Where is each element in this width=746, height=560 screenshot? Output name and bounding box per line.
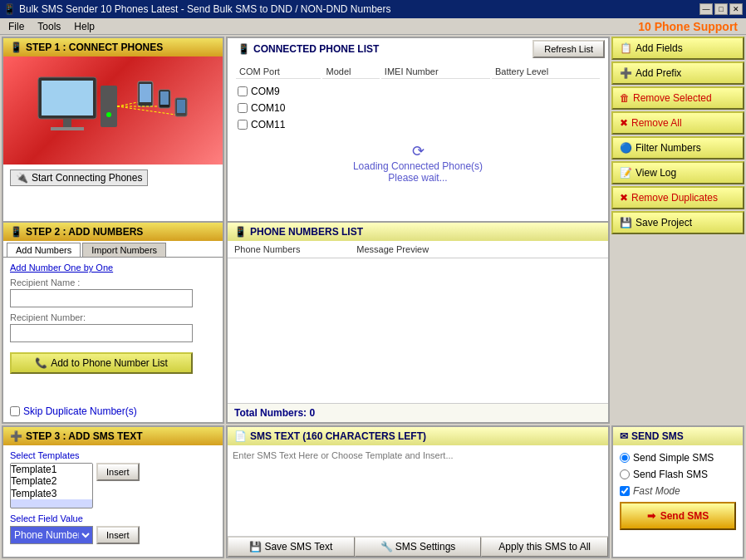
remove-duplicates-button[interactable]: ✖ Remove Duplicates xyxy=(611,186,744,209)
field-value-label: Select Field Value xyxy=(10,513,216,523)
step1-panel: 📱 STEP 1 : CONNECT PHONES xyxy=(2,37,224,234)
add-prefix-button[interactable]: ➕ Add Prefix xyxy=(611,61,744,85)
titlebar-controls: — □ ✕ xyxy=(699,3,743,15)
wait-text: Please wait... xyxy=(388,172,447,184)
add-fields-button[interactable]: 📋 Add Fields xyxy=(611,37,744,60)
com10-label: COM10 xyxy=(251,102,285,114)
recipient-number-input[interactable] xyxy=(10,324,193,342)
save-sms-label: Save SMS Text xyxy=(264,541,332,553)
numbers-list-icon: 📱 xyxy=(234,226,247,238)
template-select[interactable]: Template1 Template2 Template3 xyxy=(10,463,93,508)
tab-import-numbers[interactable]: Import Numbers xyxy=(82,243,166,257)
svg-rect-4 xyxy=(101,86,117,127)
total-count: 0 xyxy=(309,407,315,419)
start-connecting-label: Start Connecting Phones xyxy=(32,172,142,184)
phones-header-title: CONNECTED PHONE LIST xyxy=(253,43,379,55)
insert-field-button[interactable]: Insert xyxy=(96,526,140,544)
flash-sms-row: Send Flash SMS xyxy=(620,469,736,480)
com11-checkbox[interactable] xyxy=(238,120,248,130)
tab-add-numbers[interactable]: Add Numbers xyxy=(7,243,81,257)
minimize-button[interactable]: — xyxy=(699,3,713,15)
apply-sms-button[interactable]: Apply this SMS to All xyxy=(481,537,608,557)
send-sms-button[interactable]: ➡ Send SMS xyxy=(620,502,736,530)
col-battery-header: Battery Level xyxy=(492,65,600,79)
skip-duplicate-label: Skip Duplicate Number(s) xyxy=(23,405,137,417)
field-value-select[interactable]: Phone Numbers xyxy=(10,526,93,544)
remove-all-button[interactable]: ✖ Remove All xyxy=(611,111,744,135)
remove-all-label: Remove All xyxy=(631,117,682,129)
sms-text-header: 📄 SMS TEXT (160 CHARACTERS LEFT) xyxy=(228,427,608,445)
numbers-list-title: PHONE NUMBERS LIST xyxy=(250,226,363,238)
col-phone-header: Phone Numbers xyxy=(234,244,356,254)
add-to-list-button[interactable]: 📞 Add to Phone Number List xyxy=(10,352,193,374)
add-one-link[interactable]: Add Number One by One xyxy=(10,263,216,273)
total-bar: Total Numbers: 0 xyxy=(228,403,608,422)
refresh-list-button[interactable]: Refresh List xyxy=(533,40,605,58)
recipient-name-input[interactable] xyxy=(10,289,193,307)
svg-rect-3 xyxy=(51,127,84,130)
bot-row: ➕ STEP 3 : ADD SMS TEXT Select Templates… xyxy=(2,425,744,558)
com10-row: COM10 xyxy=(234,101,601,115)
flash-sms-label: Send Flash SMS xyxy=(633,469,708,480)
add-to-list-label: Add to Phone Number List xyxy=(51,357,168,369)
recipient-number-label: Recipient Number: xyxy=(10,312,216,322)
step3-icon: ➕ xyxy=(10,430,22,442)
com10-checkbox[interactable] xyxy=(238,103,248,113)
send-body: Send Simple SMS Send Flash SMS Fast Mode… xyxy=(613,445,743,557)
com9-row: COM9 xyxy=(234,84,601,99)
main-area: 📱 STEP 1 : CONNECT PHONES xyxy=(0,35,746,560)
sms-settings-button[interactable]: 🔧 SMS Settings xyxy=(355,537,482,557)
svg-point-5 xyxy=(106,112,111,117)
step2-body: Add Number One by One Recipient Name : R… xyxy=(3,258,223,400)
sms-settings-label: SMS Settings xyxy=(395,541,456,553)
filter-numbers-button[interactable]: 🔵 Filter Numbers xyxy=(611,136,744,160)
sms-text-panel: 📄 SMS TEXT (160 CHARACTERS LEFT) 💾 Save … xyxy=(226,425,610,558)
loading-area: ⟳ Loading Connected Phone(s) Please wait… xyxy=(234,132,601,194)
fast-mode-row: Fast Mode xyxy=(620,485,736,497)
menu-help[interactable]: Help xyxy=(67,19,101,34)
skip-row: Skip Duplicate Number(s) xyxy=(3,400,223,422)
step1-footer: 🔌 Start Connecting Phones xyxy=(3,165,223,191)
numbers-table-header: Phone Numbers Message Preview xyxy=(228,241,608,258)
add-prefix-icon: ➕ xyxy=(620,67,632,79)
save-sms-text-button[interactable]: 💾 Save SMS Text xyxy=(228,537,355,557)
fast-mode-checkbox[interactable] xyxy=(620,486,630,496)
start-connecting-button[interactable]: 🔌 Start Connecting Phones xyxy=(10,169,148,186)
flash-sms-radio[interactable] xyxy=(620,469,630,479)
simple-sms-radio[interactable] xyxy=(620,453,630,463)
phones-table-area: COM Port Model IMEI Number Battery Level… xyxy=(228,60,608,197)
com9-checkbox[interactable] xyxy=(238,86,248,96)
filter-icon: 🔵 xyxy=(620,142,632,154)
menu-file[interactable]: File xyxy=(2,19,31,34)
skip-duplicate-checkbox[interactable] xyxy=(10,406,20,416)
titlebar-left: 📱 Bulk SMS Sender 10 Phones Latest - Sen… xyxy=(3,3,391,15)
numbers-list-panel: 📱 PHONE NUMBERS LIST Phone Numbers Messa… xyxy=(226,221,610,424)
svg-rect-9 xyxy=(160,91,169,105)
step1-illustration xyxy=(22,61,204,160)
add-list-icon: 📞 xyxy=(35,357,47,369)
step1-header: 📱 STEP 1 : CONNECT PHONES xyxy=(3,38,223,56)
com11-label: COM11 xyxy=(251,119,285,130)
sms-textarea[interactable] xyxy=(228,445,608,536)
close-button[interactable]: ✕ xyxy=(729,3,743,15)
field-value-row: Phone Numbers Insert xyxy=(10,526,216,544)
right-actions-panel: 📋 Add Fields ➕ Add Prefix 🗑 Remove Selec… xyxy=(611,37,744,234)
filter-numbers-label: Filter Numbers xyxy=(636,142,701,154)
fast-mode-label: Fast Mode xyxy=(633,485,680,497)
template2-option: Template2 xyxy=(11,475,92,487)
step3-header: ➕ STEP 3 : ADD SMS TEXT xyxy=(3,427,223,445)
svg-rect-2 xyxy=(63,119,71,127)
svg-rect-1 xyxy=(42,81,93,115)
phones-table: COM Port Model IMEI Number Battery Level xyxy=(234,63,601,81)
recipient-name-label: Recipient Name : xyxy=(10,278,216,287)
remove-selected-button[interactable]: 🗑 Remove Selected xyxy=(611,86,744,110)
step2-header: 📱 STEP 2 : ADD NUMBERS xyxy=(3,223,223,241)
view-log-button[interactable]: 📝 View Log xyxy=(611,161,744,184)
template3-option: Template3 xyxy=(11,488,92,499)
maximize-button[interactable]: □ xyxy=(714,3,728,15)
app-title: Bulk SMS Sender 10 Phones Latest - Send … xyxy=(19,3,391,15)
insert-template-button[interactable]: Insert xyxy=(96,463,140,481)
view-log-label: View Log xyxy=(636,167,676,179)
send-sms-icon: ✉ xyxy=(620,430,628,442)
menu-tools[interactable]: Tools xyxy=(31,19,67,34)
